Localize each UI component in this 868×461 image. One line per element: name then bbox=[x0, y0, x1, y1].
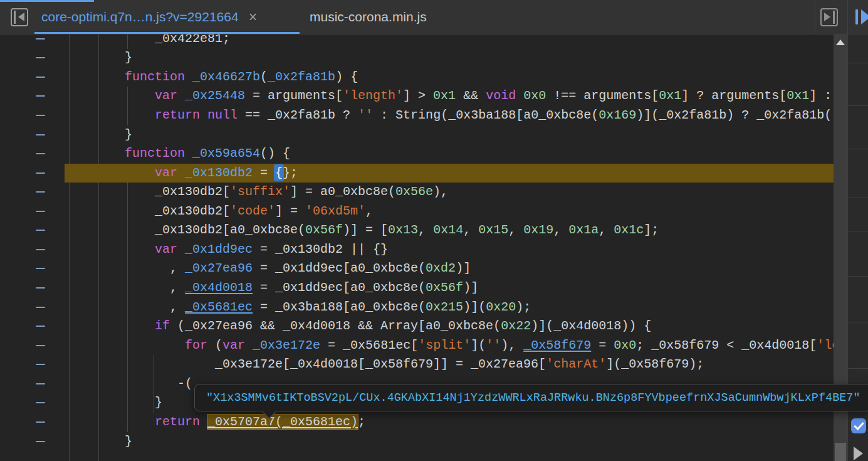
panel-expand-right-icon[interactable] bbox=[820, 8, 838, 26]
code-token: _0x2fa81b bbox=[268, 70, 335, 84]
code-token: )] bbox=[463, 280, 478, 295]
code-token: )](_0x4d0018)) { bbox=[531, 319, 651, 333]
code-token: 0x0 bbox=[523, 88, 546, 103]
evaluated-expression: _0x5707a7(_0x5681ec) bbox=[207, 415, 358, 429]
code-token: return bbox=[65, 108, 207, 122]
navigator-panel-toggle-icon[interactable] bbox=[11, 8, 28, 26]
icon-triangle-left bbox=[18, 13, 24, 21]
code-line: return _0x5707a7(_0x5681ec); bbox=[65, 413, 834, 432]
code-token: 0x0 bbox=[614, 338, 636, 352]
code-token: = bbox=[591, 338, 614, 352]
code-token: ), bbox=[501, 338, 523, 352]
code-token: 'length' bbox=[817, 338, 834, 352]
code-token: }; bbox=[283, 166, 298, 180]
code-token: } bbox=[65, 395, 162, 410]
code-token: } bbox=[65, 434, 132, 448]
code-token: var bbox=[65, 88, 185, 103]
code-token: _0x130db2[a0_0xbc8e( bbox=[65, 223, 305, 237]
code-line: function _0x59a654() { bbox=[65, 144, 834, 164]
code-token: _0x130db2[ bbox=[65, 204, 230, 218]
code-token: && bbox=[456, 88, 486, 103]
code-line: for (var _0x3e172e = _0x5681ec['split'](… bbox=[65, 336, 834, 356]
code-token: = _0x1dd9ec[a0_0xbc8e( bbox=[253, 261, 426, 275]
code-token: 0x13 bbox=[388, 223, 418, 237]
code-line: function _0x46627b(_0x2fa81b) { bbox=[65, 68, 834, 87]
code-line: _0x422e81; bbox=[65, 34, 834, 48]
code-line: } bbox=[65, 432, 834, 452]
sidebar-separator bbox=[848, 276, 868, 277]
code-token: void bbox=[486, 88, 523, 103]
code-token: , bbox=[65, 261, 185, 275]
scrollbar-thumb[interactable] bbox=[835, 443, 846, 461]
code-token: , bbox=[418, 223, 433, 237]
code-token: 'split' bbox=[418, 338, 471, 352]
code-token: '' bbox=[358, 108, 373, 122]
code-token: var bbox=[222, 338, 253, 352]
code-token: for bbox=[65, 338, 215, 352]
code-token: )] = [ bbox=[343, 223, 388, 237]
code-token: if bbox=[65, 319, 177, 333]
code-token: )](_0x2fa81b) ? _0x2fa81b() : _0 bbox=[636, 108, 834, 122]
code-token: _0x130db2 bbox=[185, 166, 253, 180]
code-token: ; _0x58f679 < _0x4d0018[ bbox=[636, 338, 817, 352]
tab-music-corona[interactable]: music-corona.min.js bbox=[300, 0, 427, 34]
code-token: , bbox=[65, 300, 185, 314]
tab-bar: core-optimi.q7n…n.js?v=2921664 × music-c… bbox=[0, 0, 868, 34]
tab-core-optimi[interactable]: core-optimi.q7n…n.js?v=2921664 × bbox=[34, 0, 300, 34]
code-token: 'suffix' bbox=[230, 184, 290, 199]
code-token: ] = a0_0xbc8e( bbox=[290, 184, 395, 199]
code-line: } bbox=[65, 125, 834, 145]
execution-highlight-line: var _0x130db2 = {}; bbox=[65, 164, 834, 183]
sidebar-separator bbox=[848, 368, 868, 369]
breakpoint-checkbox[interactable] bbox=[851, 418, 866, 433]
sidebar-separator bbox=[848, 198, 868, 198]
code-token: = _0x1dd9ec[a0_0xbc8e( bbox=[253, 280, 426, 295]
icon-bar bbox=[855, 9, 858, 24]
code-token: = _0x5681ec[ bbox=[320, 338, 418, 352]
code-token: } bbox=[65, 50, 132, 65]
code-token: !== arguments[ bbox=[546, 88, 659, 103]
code-token: = arguments[ bbox=[245, 88, 343, 103]
code-token: ), bbox=[433, 184, 448, 199]
code-token: (_0x27ea96 && _0x4d0018 && Array[a0_0xbc… bbox=[177, 319, 501, 333]
sidebar-separator bbox=[848, 105, 868, 106]
code-token: null bbox=[207, 108, 238, 122]
code-line: var _0x1dd9ec = _0x130db2 || {} bbox=[65, 240, 834, 260]
code-line: var _0x25448 = arguments['length'] > 0x1… bbox=[65, 87, 834, 106]
code-token: ]; bbox=[644, 223, 659, 237]
code-token: _0x5681ec bbox=[185, 300, 253, 314]
code-token: } bbox=[65, 127, 132, 142]
scroll-up-arrow-icon[interactable] bbox=[836, 40, 845, 45]
value-tooltip: "X1x3SMMv6tIKToBSV2pL/CUx.4GKAbXI14Nj1Yz… bbox=[194, 384, 868, 411]
code-line: return null == _0x2fa81b ? '' : String(_… bbox=[65, 106, 834, 125]
code-token: '06xd5m' bbox=[305, 204, 365, 218]
icon-triangle-right bbox=[824, 13, 830, 21]
code-token: = bbox=[253, 166, 275, 180]
sidebar-separator bbox=[848, 149, 868, 149]
code-token: ] = bbox=[275, 204, 305, 218]
code-token: ] ? arguments[ bbox=[681, 88, 787, 103]
icon-bar bbox=[833, 11, 835, 24]
expand-triangle-icon[interactable] bbox=[854, 447, 863, 460]
code-token: ( bbox=[260, 70, 268, 84]
code-token: 0x20 bbox=[486, 300, 516, 314]
icon-bar bbox=[14, 11, 16, 24]
code-token: 0x1 bbox=[787, 88, 809, 103]
code-token: )] bbox=[456, 261, 471, 275]
code-token: _0x27ea96 bbox=[185, 261, 253, 275]
code-token: return bbox=[65, 415, 207, 429]
code-token: ); bbox=[516, 300, 531, 314]
code-token: = _0x3ba188[a0_0xbc8e( bbox=[253, 300, 426, 314]
code-token: _0x58f679 bbox=[523, 338, 591, 352]
code-token: _0x422e81; bbox=[65, 34, 230, 46]
code-token: 0x22 bbox=[501, 319, 531, 333]
resume-script-execution-icon[interactable] bbox=[855, 9, 868, 26]
code-token: 0x1c bbox=[614, 223, 644, 237]
code-token: function bbox=[65, 146, 192, 161]
code-token: 0x15 bbox=[478, 223, 508, 237]
sidebar-separator bbox=[848, 322, 868, 322]
code-token: var bbox=[65, 242, 185, 257]
code-token: _0x3e172e bbox=[253, 338, 320, 352]
close-icon[interactable]: × bbox=[249, 10, 257, 24]
code-line: } bbox=[65, 48, 834, 68]
